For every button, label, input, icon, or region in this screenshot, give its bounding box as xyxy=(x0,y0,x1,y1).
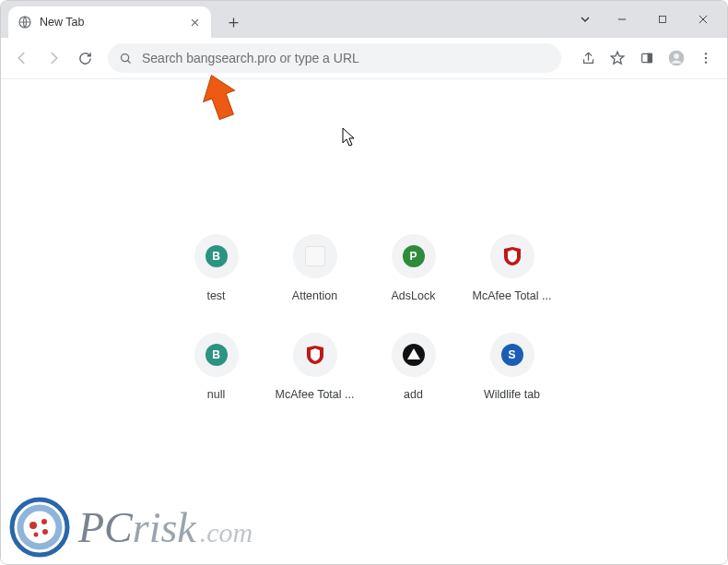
menu-button[interactable] xyxy=(692,44,720,72)
window-controls xyxy=(569,1,723,38)
shortcut-tile[interactable]: McAfee Total ... xyxy=(464,227,560,324)
shortcut-label: null xyxy=(207,388,225,401)
letter-badge-icon: S xyxy=(501,344,523,366)
watermark-logo: PCrisk.com xyxy=(8,496,252,559)
mcafee-shield-icon xyxy=(501,245,523,267)
svg-point-8 xyxy=(705,57,707,59)
shortcut-label: McAfee Total ... xyxy=(473,289,552,302)
letter-badge-icon: B xyxy=(205,245,228,267)
profile-button[interactable] xyxy=(663,44,690,72)
shortcut-favicon xyxy=(293,234,337,278)
side-panel-button[interactable] xyxy=(633,44,661,72)
watermark-text: PCrisk.com xyxy=(78,503,252,552)
shortcut-label: test xyxy=(206,289,225,302)
new-tab-button[interactable] xyxy=(220,9,246,35)
search-icon xyxy=(119,52,133,65)
shortcut-label: add xyxy=(404,388,423,401)
bookmark-button[interactable] xyxy=(604,44,631,72)
omnibox[interactable] xyxy=(108,43,561,73)
watermark-com: .com xyxy=(200,517,252,547)
shortcut-favicon: B xyxy=(194,333,239,377)
close-window-button[interactable] xyxy=(683,5,723,34)
share-button[interactable] xyxy=(574,44,602,72)
shortcut-favicon: S xyxy=(490,333,534,377)
watermark-risk: risk xyxy=(133,504,196,551)
tab-search-button[interactable] xyxy=(569,5,602,34)
shortcut-label: Attention xyxy=(292,289,337,302)
letter-badge-icon: P xyxy=(403,245,425,267)
svg-point-2 xyxy=(122,53,129,61)
reload-button[interactable] xyxy=(71,44,99,72)
toolbar-right xyxy=(574,44,720,72)
browser-window: New Tab xyxy=(0,0,728,565)
shortcut-favicon: P xyxy=(392,234,436,278)
svg-rect-4 xyxy=(648,53,652,62)
shortcut-favicon xyxy=(293,333,337,377)
shortcut-label: AdsLock xyxy=(392,289,436,302)
shortcut-label: Wildlife tab xyxy=(484,388,540,401)
svg-point-6 xyxy=(674,53,679,59)
svg-point-12 xyxy=(20,508,59,547)
shortcut-tile[interactable]: PAdsLock xyxy=(365,227,462,324)
globe-icon xyxy=(18,15,32,29)
svg-point-9 xyxy=(705,61,707,63)
shortcut-tile[interactable]: add xyxy=(365,325,462,422)
letter-badge-icon: B xyxy=(205,344,228,366)
mcafee-shield-icon xyxy=(304,344,326,366)
svg-point-13 xyxy=(29,522,37,529)
tab-new-tab[interactable]: New Tab xyxy=(8,6,211,38)
watermark-bug-icon xyxy=(8,496,71,559)
shortcut-favicon xyxy=(392,333,436,377)
svg-point-15 xyxy=(42,529,48,535)
shortcut-tile[interactable]: Btest xyxy=(168,227,264,324)
minimize-button[interactable] xyxy=(602,5,642,34)
maximize-button[interactable] xyxy=(642,5,683,34)
svg-point-7 xyxy=(705,53,707,54)
shortcut-tile[interactable]: McAfee Total ... xyxy=(266,325,363,422)
back-button[interactable] xyxy=(8,44,36,72)
svg-point-16 xyxy=(34,533,39,537)
toolbar xyxy=(1,38,727,79)
tab-close-button[interactable] xyxy=(187,15,202,29)
shortcut-grid: BtestAttentionPAdsLockMcAfee Total ...Bn… xyxy=(168,227,560,422)
shortcut-tile[interactable]: Bnull xyxy=(168,325,264,422)
tab-title: New Tab xyxy=(40,16,180,29)
watermark-pc: PC xyxy=(78,504,133,551)
shortcut-favicon xyxy=(490,234,534,278)
forward-button[interactable] xyxy=(40,44,67,72)
svg-rect-1 xyxy=(660,17,666,23)
shortcut-label: McAfee Total ... xyxy=(276,388,355,401)
tab-strip: New Tab xyxy=(1,1,727,38)
svg-point-14 xyxy=(41,519,47,524)
shortcut-favicon: B xyxy=(194,234,239,278)
shortcut-tile[interactable]: Attention xyxy=(266,227,363,324)
blank-page-icon xyxy=(305,246,325,266)
new-tab-content: BtestAttentionPAdsLockMcAfee Total ...Bn… xyxy=(1,79,727,564)
shortcut-tile[interactable]: SWildlife tab xyxy=(464,325,560,422)
address-input[interactable] xyxy=(142,51,550,65)
triangle-circle-icon xyxy=(402,343,426,367)
